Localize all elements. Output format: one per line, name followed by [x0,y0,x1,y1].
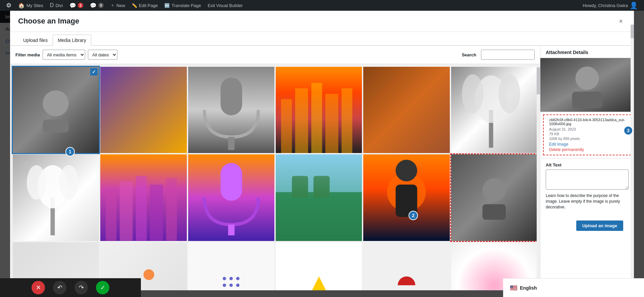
messages-badge: 0 [98,3,104,8]
filter-date-select[interactable]: All dates [88,50,117,60]
attachment-edit-link[interactable]: Edit Image [549,142,625,147]
wp-admin-bar: ⚙ 🏠 My Sites D Divi 💬 2 💬 0 ＋ New ✏️ Edi… [0,0,644,11]
toolbar-undo-button[interactable]: ↶ [53,281,66,294]
media-item-10-thumbnail [276,154,362,241]
wp-logo[interactable]: ⚙ [3,0,15,11]
media-item-9[interactable] [188,154,274,241]
svg-point-31 [483,178,506,201]
filter-bar: Filter media All media items All dates S… [10,46,540,64]
howdy-user[interactable]: Howdy, Christina Gwira 👤 [579,0,641,11]
svg-point-12 [498,75,520,113]
media-modal: Choose an Image × Upload files Media Lib… [10,11,634,290]
media-item-3-thumbnail [188,67,274,153]
modal-close-button[interactable]: × [616,16,626,26]
svg-rect-27 [314,176,330,198]
media-item-6-thumbnail [451,67,537,153]
attachment-delete-link[interactable]: Delete permanently [549,147,625,152]
comments-badge: 2 [78,3,83,8]
tab-upload-files[interactable]: Upload files [18,35,53,46]
svg-rect-21 [166,178,177,241]
attachment-info-box: cb82fc0f-c8b0-4110-b4c4-3053113addca_out… [543,114,631,155]
svg-point-15 [27,165,46,200]
exit-visual-builder-menu[interactable]: Exit Visual Builder [204,0,246,11]
media-item-8-thumbnail [100,154,186,241]
media-item-1[interactable] [13,67,99,153]
media-item-6[interactable] [451,67,537,153]
upload-image-button[interactable]: Upload an image [576,220,623,231]
media-item-12[interactable] [451,154,537,241]
svg-point-29 [396,160,417,181]
svg-point-11 [462,75,483,113]
media-item-9-thumbnail [188,154,274,241]
attachment-details-panel: Attachment Details [540,46,634,290]
my-sites-menu[interactable]: 🏠 My Sites [15,0,47,11]
svg-rect-18 [120,182,133,241]
attachment-alt-section: Alt Text Learn how to describe the purpo… [540,158,634,214]
svg-rect-7 [325,94,338,153]
media-item-2-thumbnail [100,67,186,153]
filter-label: Filter media [15,52,40,57]
svg-point-37 [236,277,239,280]
modal-outer-scrollbar[interactable] [631,23,634,290]
media-item-16[interactable] [276,242,362,290]
media-item-8[interactable] [100,154,186,241]
media-item-5-thumbnail [363,67,449,153]
svg-rect-5 [295,88,308,153]
svg-rect-17 [106,192,116,241]
svg-point-16 [59,165,78,200]
filter-media-type-select[interactable]: All media items [43,50,85,60]
media-item-17-thumbnail [363,242,449,290]
attachment-preview [540,58,634,112]
media-item-2[interactable] [100,67,186,153]
svg-rect-20 [150,185,163,241]
media-item-11[interactable] [363,154,449,241]
attachment-details-title: Attachment Details [540,46,634,58]
media-item-1-thumbnail [13,67,99,153]
translate-page-menu[interactable]: 🔤 Translate Page [161,0,204,11]
new-menu[interactable]: ＋ New [107,0,128,11]
svg-rect-26 [292,176,308,198]
media-item-17[interactable] [363,242,449,290]
modal-header: Choose an Image × [10,11,634,32]
media-item-5[interactable] [363,67,449,153]
tab-media-library[interactable]: Media Library [53,35,91,46]
toolbar-redo-button[interactable]: ↷ [74,281,88,294]
modal-body: Filter media All media items All dates S… [10,46,634,290]
svg-rect-6 [311,83,322,153]
annotation-2: 2 [409,211,418,220]
annotation-1: 1 [65,147,75,156]
media-item-15[interactable] [188,242,274,290]
media-item-11-thumbnail [363,154,449,241]
media-item-16-thumbnail [276,242,362,290]
media-item-7-thumbnail [13,154,99,241]
messages-menu[interactable]: 💬 0 [87,0,107,11]
divi-menu[interactable]: D Divi [47,0,66,11]
edit-page-menu[interactable]: ✏️ Edit Page [128,0,161,11]
attachment-alt-label: Alt Text [546,162,629,167]
media-item-4[interactable] [276,67,362,153]
toolbar-cancel-button[interactable]: ✕ [32,281,45,294]
media-item-10[interactable] [276,154,362,241]
language-flag-icon: 🇺🇸 [510,284,517,292]
attachment-date: August 31, 2023 [549,127,625,131]
media-grid-scrollbar[interactable] [537,64,540,290]
media-grid-scrollbar-thumb [537,67,540,94]
attachment-alt-input[interactable] [546,169,629,190]
media-grid-wrap[interactable] [10,64,540,290]
toolbar-confirm-button[interactable]: ✓ [96,281,109,294]
svg-marker-44 [310,277,328,290]
svg-point-35 [223,277,226,280]
search-input[interactable] [481,50,535,60]
language-bar[interactable]: 🇺🇸 English [503,278,644,297]
media-grid [13,67,537,290]
svg-rect-8 [341,88,352,153]
svg-rect-23 [228,225,234,235]
media-item-7[interactable] [13,154,99,241]
admin-bar-right: Howdy, Christina Gwira 👤 [579,0,641,11]
svg-rect-22 [220,163,242,201]
svg-rect-32 [483,204,506,219]
media-item-3[interactable] [188,67,274,153]
comments-menu[interactable]: 💬 2 [66,0,87,11]
attachment-alt-help: Learn how to describe the purpose of the… [546,193,629,210]
language-label: English [520,285,537,291]
